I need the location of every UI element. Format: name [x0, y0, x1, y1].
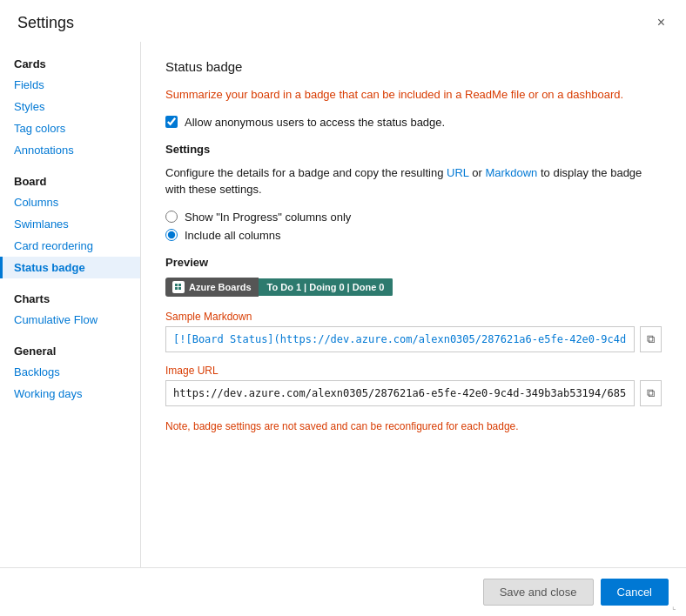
copy-markdown-icon: ⧉ — [647, 332, 655, 346]
badge-left-text: Azure Boards — [189, 282, 252, 292]
radio-all-columns[interactable] — [165, 229, 178, 241]
main-content: Status badge Summarize your board in a b… — [141, 42, 686, 567]
sidebar-item-columns[interactable]: Columns — [0, 191, 140, 213]
configure-text: Configure the details for a badge and co… — [165, 164, 662, 198]
sidebar-item-fields[interactable]: Fields — [0, 74, 140, 96]
markdown-link: Markdown — [485, 166, 537, 179]
board-icon — [172, 281, 185, 293]
section-title: Status badge — [165, 59, 662, 74]
url-link: URL — [447, 166, 469, 179]
badge-left: Azure Boards — [165, 278, 259, 297]
badge-right: To Do 1 | Doing 0 | Done 0 — [259, 278, 393, 296]
resize-handle[interactable]: ⌞ — [672, 602, 683, 613]
sidebar-item-cumulative-flow[interactable]: Cumulative Flow — [0, 309, 140, 331]
info-text: Summarize your board in a badge that can… — [165, 86, 662, 104]
preview-label: Preview — [165, 256, 662, 269]
sidebar-item-backlogs[interactable]: Backlogs — [0, 361, 140, 383]
sidebar-item-styles[interactable]: Styles — [0, 96, 140, 117]
radio-row-in-progress: Show "In Progress" columns only — [165, 211, 662, 224]
sample-markdown-row: ⧉ — [165, 326, 662, 352]
dialog-header: Settings × — [0, 0, 686, 42]
close-button[interactable]: × — [654, 12, 669, 33]
allow-anonymous-label: Allow anonymous users to access the stat… — [185, 116, 445, 129]
save-and-close-button[interactable]: Save and close — [483, 579, 594, 606]
copy-url-icon: ⧉ — [647, 386, 655, 400]
sidebar-item-working-days[interactable]: Working days — [0, 383, 140, 405]
copy-markdown-button[interactable]: ⧉ — [640, 326, 662, 352]
dialog-footer: Save and close Cancel — [0, 567, 686, 616]
copy-url-button[interactable]: ⧉ — [640, 380, 662, 406]
note-text: Note, badge settings are not saved and c… — [165, 418, 662, 434]
radio-in-progress[interactable] — [165, 211, 178, 223]
radio-group: Show "In Progress" columns only Include … — [165, 211, 662, 242]
image-url-row: ⧉ — [165, 380, 662, 406]
sidebar-item-swimlanes[interactable]: Swimlanes — [0, 213, 140, 235]
allow-anonymous-row: Allow anonymous users to access the stat… — [165, 116, 662, 129]
sidebar-item-card-reordering[interactable]: Card reordering — [0, 235, 140, 257]
dialog-title: Settings — [17, 14, 74, 32]
radio-in-progress-label: Show "In Progress" columns only — [185, 211, 351, 224]
sidebar-section-cards: Cards — [0, 50, 140, 74]
dialog-body: Cards Fields Styles Tag colors Annotatio… — [0, 42, 686, 567]
badge-preview: Azure Boards To Do 1 | Doing 0 | Done 0 — [165, 278, 393, 297]
badge-right-text: To Do 1 | Doing 0 | Done 0 — [267, 282, 385, 292]
settings-heading: Settings — [165, 143, 662, 156]
svg-rect-3 — [178, 287, 181, 290]
sidebar: Cards Fields Styles Tag colors Annotatio… — [0, 42, 141, 567]
sample-markdown-input[interactable] — [165, 326, 635, 352]
cancel-button[interactable]: Cancel — [601, 579, 669, 606]
sidebar-section-board: Board — [0, 168, 140, 191]
svg-rect-1 — [178, 284, 181, 286]
image-url-input[interactable] — [165, 380, 635, 406]
svg-rect-0 — [175, 284, 178, 286]
sidebar-item-status-badge[interactable]: Status badge — [0, 257, 140, 278]
svg-rect-2 — [175, 287, 178, 290]
sidebar-section-general: General — [0, 338, 140, 361]
sample-markdown-label: Sample Markdown — [165, 311, 662, 323]
sidebar-item-tag-colors[interactable]: Tag colors — [0, 117, 140, 139]
sidebar-item-annotations[interactable]: Annotations — [0, 139, 140, 161]
image-url-label: Image URL — [165, 365, 662, 377]
settings-dialog: Settings × Cards Fields Styles Tag color… — [0, 0, 686, 616]
allow-anonymous-checkbox[interactable] — [165, 116, 178, 128]
radio-all-columns-label: Include all columns — [185, 229, 281, 242]
radio-row-all-columns: Include all columns — [165, 229, 662, 242]
sidebar-section-charts: Charts — [0, 285, 140, 309]
